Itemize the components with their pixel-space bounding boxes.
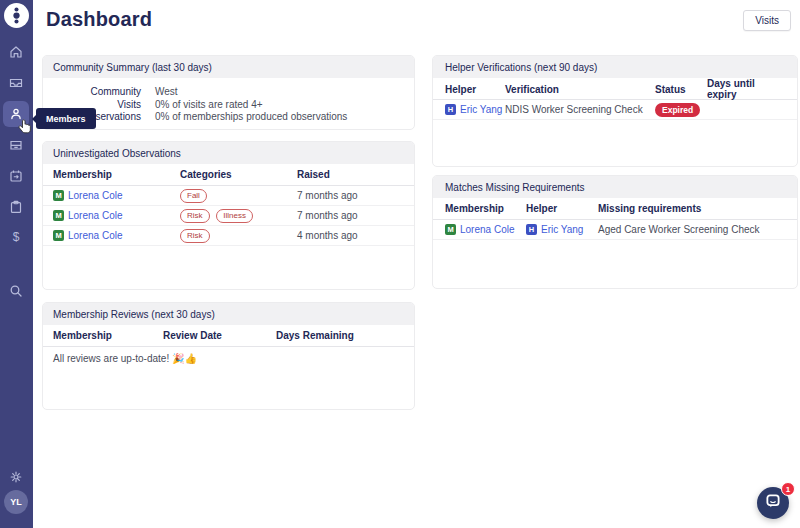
table-header: Helper Verification Status Days until ex…	[433, 78, 797, 100]
sidebar-item-calendar[interactable]	[3, 163, 29, 189]
status-cell: Expired	[655, 103, 707, 117]
user-avatar[interactable]: YL	[4, 490, 28, 514]
membership-badge: M	[445, 224, 456, 235]
column-missing-requirements: Missing requirements	[598, 203, 785, 214]
page-title: Dashboard	[46, 8, 152, 31]
summary-row: Community West	[53, 86, 404, 99]
panel-title-community-summary: Community Summary (last 30 days)	[43, 56, 414, 78]
reviews-empty-message: All reviews are up-to-date! 🎉👍	[43, 347, 414, 370]
summary-value: 0% of visits are rated 4+	[155, 99, 404, 112]
raised-cell: 4 months ago	[297, 230, 404, 241]
table-header: Membership Review Date Days Remaining	[43, 325, 414, 347]
clipboard-icon	[8, 199, 24, 215]
right-column: Helper Verifications (next 90 days) Help…	[432, 55, 798, 289]
sidebar-item-home[interactable]	[3, 39, 29, 65]
membership-link[interactable]: M Lorena Cole	[53, 190, 180, 201]
raised-cell: 7 months ago	[297, 190, 404, 201]
category-pill: Fall	[180, 189, 207, 203]
panel-title-helper-verifications: Helper Verifications (next 90 days)	[433, 56, 797, 78]
membership-name: Lorena Cole	[68, 210, 122, 221]
helper-badge: H	[526, 224, 537, 235]
inbox-icon	[8, 75, 24, 91]
missing-requirements-cell: Aged Care Worker Screening Check	[598, 224, 785, 235]
verification-cell: NDIS Worker Screening Check	[505, 104, 655, 115]
column-status: Status	[655, 84, 707, 95]
table-header: Membership Helper Missing requirements	[433, 198, 797, 220]
sidebar-item-tasks[interactable]	[3, 194, 29, 220]
category-pill: Illness	[216, 209, 253, 223]
summary-row: Visits 0% of visits are rated 4+	[53, 99, 404, 112]
table-row: H Eric Yang NDIS Worker Screening Check …	[433, 100, 797, 120]
helper-link[interactable]: H Eric Yang	[526, 224, 598, 235]
column-membership: Membership	[53, 330, 163, 341]
membership-link[interactable]: M Lorena Cole	[445, 224, 526, 235]
panel-title-matches-missing-requirements: Matches Missing Requirements	[433, 176, 797, 198]
home-icon	[8, 44, 24, 60]
summary-row: Observations 0% of memberships produced …	[53, 111, 404, 124]
panel-helper-verifications: Helper Verifications (next 90 days) Help…	[432, 55, 798, 167]
membership-link[interactable]: M Lorena Cole	[53, 210, 180, 221]
visits-button[interactable]: Visits	[743, 10, 791, 31]
main-content: Dashboard Visits Community Summary (last…	[33, 0, 800, 528]
table-row: M Lorena Cole Risk 4 months ago	[43, 226, 414, 246]
panel-membership-reviews: Membership Reviews (next 30 days) Member…	[42, 302, 415, 410]
column-days-until-expiry: Days until expiry	[707, 78, 785, 100]
raised-cell: 7 months ago	[297, 210, 404, 221]
dollar-icon: $	[13, 231, 20, 243]
sidebar-item-inbox[interactable]	[3, 70, 29, 96]
members-tooltip: Members	[36, 108, 96, 129]
column-raised: Raised	[297, 169, 404, 180]
column-helper: Helper	[445, 84, 505, 95]
panel-uninvestigated-observations: Uninvestigated Observations Membership C…	[42, 141, 415, 290]
membership-name: Lorena Cole	[68, 230, 122, 241]
summary-label: Community	[53, 86, 141, 99]
column-verification: Verification	[505, 84, 655, 95]
table-header: Membership Categories Raised	[43, 164, 414, 186]
sidebar: $ YL	[0, 0, 33, 528]
drawer-icon	[8, 137, 24, 153]
categories-cell: Fall	[180, 189, 297, 203]
left-column: Community Summary (last 30 days) Communi…	[42, 55, 415, 410]
categories-cell: Risk	[180, 229, 297, 243]
calendar-arrow-icon	[8, 168, 24, 184]
category-pill: Risk	[180, 229, 210, 243]
community-summary-body: Community West Visits 0% of visits are r…	[43, 78, 414, 124]
panel-community-summary: Community Summary (last 30 days) Communi…	[42, 55, 415, 130]
search-icon	[8, 283, 24, 299]
gear-icon	[8, 469, 24, 485]
helper-link[interactable]: H Eric Yang	[445, 104, 505, 115]
table-row: M Lorena Cole Fall 7 months ago	[43, 186, 414, 206]
membership-link[interactable]: M Lorena Cole	[53, 230, 180, 241]
column-review-date: Review Date	[163, 330, 276, 341]
chat-bubble-icon	[764, 492, 782, 514]
helper-name: Eric Yang	[460, 104, 502, 115]
panel-title-uninvestigated-observations: Uninvestigated Observations	[43, 142, 414, 164]
helper-badge: H	[445, 104, 456, 115]
mouse-cursor-icon	[17, 119, 32, 134]
summary-value: West	[155, 86, 404, 99]
chat-launcher-button[interactable]: 1	[757, 487, 789, 519]
panel-title-membership-reviews: Membership Reviews (next 30 days)	[43, 303, 414, 325]
membership-name: Lorena Cole	[460, 224, 514, 235]
table-row: M Lorena Cole H Eric Yang Aged Care Work…	[433, 220, 797, 240]
column-membership: Membership	[445, 203, 526, 214]
chat-unread-badge: 1	[781, 482, 795, 496]
column-membership: Membership	[53, 169, 180, 180]
sidebar-item-services[interactable]	[3, 132, 29, 158]
membership-badge: M	[53, 230, 64, 241]
dashboard-app: $ YL Members Dashboard Visits Community …	[0, 0, 800, 528]
column-helper: Helper	[526, 203, 598, 214]
membership-badge: M	[53, 190, 64, 201]
summary-value: 0% of memberships produced observations	[155, 111, 404, 124]
sidebar-item-settings[interactable]	[3, 464, 29, 490]
column-days-remaining: Days Remaining	[276, 330, 404, 341]
status-badge: Expired	[655, 103, 700, 117]
membership-badge: M	[53, 210, 64, 221]
helper-name: Eric Yang	[541, 224, 583, 235]
sidebar-item-payments[interactable]: $	[3, 224, 29, 250]
sidebar-item-search[interactable]	[3, 278, 29, 304]
brand-logo-icon[interactable]	[4, 3, 29, 28]
panel-matches-missing-requirements: Matches Missing Requirements Membership …	[432, 175, 798, 289]
table-row: M Lorena Cole Risk Illness 7 months ago	[43, 206, 414, 226]
column-categories: Categories	[180, 169, 297, 180]
